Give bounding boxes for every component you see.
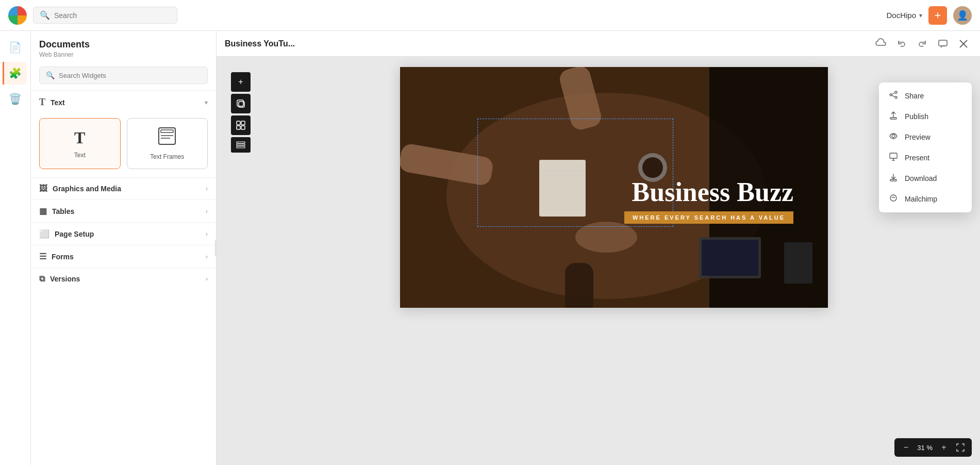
canvas-workspace[interactable]: + (217, 57, 980, 465)
grid-button[interactable] (231, 115, 251, 135)
preview-menu-item[interactable]: Preview (879, 127, 972, 147)
svg-point-38 (892, 135, 895, 138)
svg-point-43 (890, 195, 896, 201)
publish-menu-item[interactable]: Publish (879, 106, 972, 127)
versions-label: Versions (50, 275, 80, 283)
comments-button[interactable] (935, 36, 951, 52)
page-setup-section: ⬜ Page Setup › (31, 222, 216, 245)
widget-search-input[interactable] (59, 72, 201, 79)
graphics-media-header[interactable]: 🖼 Graphics and Media › (31, 178, 216, 200)
duplicate-button[interactable] (231, 94, 251, 113)
search-icon: 🔍 (46, 71, 55, 79)
versions-section: ⧉ Versions › (31, 268, 216, 290)
svg-rect-9 (237, 121, 240, 125)
global-search-bar: 🔍 (33, 7, 177, 24)
top-nav: 🔍 DocHipo ▾ + 👤 (0, 0, 980, 31)
svg-rect-12 (241, 126, 245, 129)
panel-title: Documents (39, 39, 208, 50)
search-icon: 🔍 (40, 10, 50, 20)
text-icon: T (39, 97, 45, 108)
mailchimp-menu-item[interactable]: Mailchimp (879, 189, 972, 209)
avatar[interactable]: 👤 (953, 6, 972, 25)
chevron-right-icon: › (206, 230, 208, 238)
add-button[interactable]: + (928, 6, 947, 25)
forms-section: ☰ Forms › (31, 245, 216, 268)
share-menu-item[interactable]: Share (879, 86, 972, 106)
publish-icon (888, 111, 899, 122)
document-icon: 📄 (9, 41, 22, 54)
fullscreen-button[interactable] (953, 440, 968, 455)
preview-icon (888, 132, 899, 142)
page-setup-label: Page Setup (55, 230, 94, 238)
present-label: Present (905, 154, 929, 162)
svg-rect-15 (237, 146, 245, 148)
panel-header: Documents Web Banner (31, 31, 216, 60)
page-setup-title: ⬜ Page Setup (39, 229, 94, 239)
sidebar-item-trash[interactable]: 🗑️ (4, 88, 27, 110)
canvas-frame[interactable]: Business Buzz WHERE EVERY SEARCH HAS A V… (400, 67, 828, 308)
widget-panel: Documents Web Banner 🔍 T Text ▾ T Text (31, 31, 217, 465)
canvas-toolbar (873, 36, 972, 52)
cloud-save-button[interactable] (873, 36, 889, 52)
chevron-right-icon: › (206, 208, 208, 215)
canvas-headline: Business Buzz (624, 177, 793, 207)
text-widget-frames[interactable]: Text Frames (127, 118, 208, 169)
forms-label: Forms (52, 253, 74, 261)
present-menu-item[interactable]: Present (879, 147, 972, 168)
svg-rect-14 (237, 144, 245, 146)
canvas-title: Business YouTu... (225, 39, 867, 48)
svg-rect-30 (784, 242, 812, 284)
svg-rect-39 (890, 153, 897, 158)
mailchimp-icon (888, 194, 899, 204)
brand-name: DocHipo (886, 11, 916, 20)
image-icon: 🖼 (39, 184, 47, 193)
zoom-out-button[interactable]: − (899, 440, 913, 455)
undo-button[interactable] (893, 36, 910, 52)
text-widget-icon: T (74, 128, 85, 147)
sidebar-item-documents[interactable]: 📄 (4, 36, 27, 59)
add-element-button[interactable]: + (231, 72, 251, 92)
panel-subtitle: Web Banner (39, 51, 208, 58)
text-section: T Text ▾ T Text (31, 90, 216, 177)
redo-button[interactable] (914, 36, 931, 52)
svg-rect-21 (565, 263, 593, 308)
svg-rect-13 (237, 142, 245, 143)
layers-button[interactable] (231, 137, 251, 153)
chevron-down-icon: ▾ (919, 12, 922, 19)
sidebar-item-widgets[interactable]: 🧩 (3, 62, 27, 85)
close-button[interactable] (955, 36, 972, 52)
canvas-area: Business YouTu... (217, 31, 980, 465)
business-buzz-overlay: Business Buzz WHERE EVERY SEARCH HAS A V… (624, 177, 793, 223)
zoom-in-button[interactable]: + (937, 440, 951, 455)
tables-section: ▦ Tables › (31, 200, 216, 222)
canvas-image: Business Buzz WHERE EVERY SEARCH HAS A V… (400, 67, 828, 308)
page-setup-header[interactable]: ⬜ Page Setup › (31, 223, 216, 245)
versions-header[interactable]: ⧉ Versions › (31, 268, 216, 290)
publish-label: Publish (905, 112, 928, 121)
download-label: Download (905, 174, 937, 182)
widgets-icon: 🧩 (9, 67, 22, 79)
svg-rect-11 (237, 126, 240, 129)
svg-line-35 (892, 93, 895, 94)
chevron-right-icon: › (206, 253, 208, 260)
tables-label: Tables (52, 207, 74, 215)
canvas-header: Business YouTu... (217, 31, 980, 57)
forms-title: ☰ Forms (39, 252, 74, 261)
table-icon: ▦ (39, 206, 47, 216)
text-section-header[interactable]: T Text ▾ (31, 91, 216, 114)
download-menu-item[interactable]: Download (879, 168, 972, 189)
graphics-label: Graphics and Media (53, 185, 121, 193)
logo-icon[interactable] (8, 6, 27, 25)
text-widget-text[interactable]: T Text (39, 118, 121, 169)
svg-rect-42 (890, 179, 896, 181)
text-widget-text-label: Text (74, 152, 86, 159)
tables-header[interactable]: ▦ Tables › (31, 200, 216, 222)
text-frames-icon (158, 127, 176, 149)
svg-rect-4 (939, 40, 947, 46)
global-search-input[interactable] (54, 11, 171, 20)
share-icon (888, 91, 899, 101)
forms-header[interactable]: ☰ Forms › (31, 245, 216, 268)
mailchimp-label: Mailchimp (905, 195, 937, 203)
share-label: Share (905, 92, 924, 100)
brand-selector[interactable]: DocHipo ▾ (886, 11, 922, 20)
